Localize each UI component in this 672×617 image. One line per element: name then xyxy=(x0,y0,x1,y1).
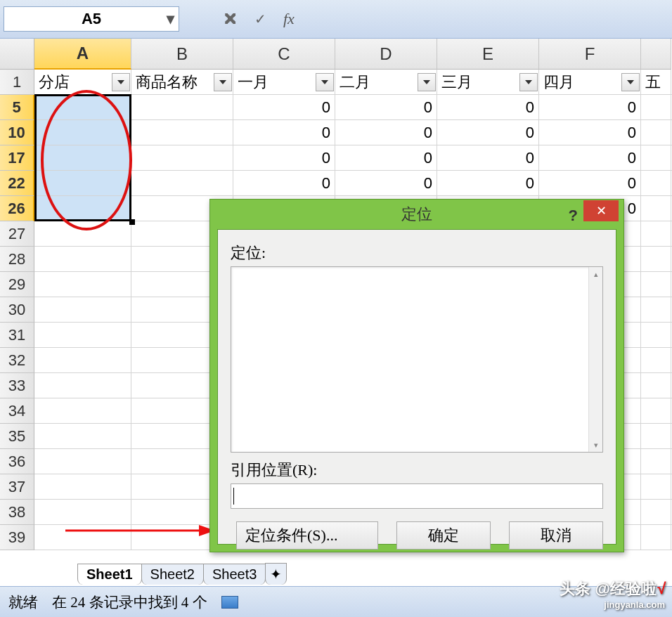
cell[interactable] xyxy=(641,297,671,322)
col-header[interactable]: A xyxy=(34,39,131,70)
cell[interactable] xyxy=(641,196,671,221)
cell[interactable]: 分店 xyxy=(34,70,131,94)
col-header[interactable]: F xyxy=(539,39,641,70)
cell[interactable] xyxy=(641,272,671,297)
cell[interactable] xyxy=(34,221,131,246)
cell[interactable]: 0 xyxy=(437,171,539,195)
cell[interactable]: 0 xyxy=(335,145,437,170)
dialog-titlebar[interactable]: 定位 ? ✕ xyxy=(210,200,623,229)
cell[interactable] xyxy=(34,500,131,524)
row-header[interactable]: 27 xyxy=(0,221,34,247)
cell[interactable] xyxy=(34,145,131,170)
scrollbar[interactable]: ▴ ▾ xyxy=(588,267,602,452)
cell[interactable] xyxy=(131,171,233,195)
row-header[interactable]: 36 xyxy=(0,449,34,474)
filter-dropdown-icon[interactable] xyxy=(519,73,538,91)
filter-dropdown-icon[interactable] xyxy=(112,73,130,91)
row-header[interactable]: 10 xyxy=(0,120,34,145)
cell[interactable] xyxy=(34,348,131,372)
row-header[interactable]: 30 xyxy=(0,297,34,323)
row-header[interactable]: 1 xyxy=(0,70,34,95)
col-header[interactable]: B xyxy=(131,39,233,70)
cell[interactable] xyxy=(34,247,131,271)
sheet-tab[interactable]: Sheet2 xyxy=(141,564,204,585)
cell[interactable] xyxy=(641,373,671,398)
cell[interactable] xyxy=(34,525,131,550)
cell[interactable]: 0 xyxy=(437,120,539,145)
row-header[interactable]: 26 xyxy=(0,196,34,221)
cell[interactable] xyxy=(34,120,131,145)
cancel-button[interactable]: 取消 xyxy=(509,521,603,550)
cell[interactable]: 0 xyxy=(335,120,437,145)
row-header[interactable]: 29 xyxy=(0,272,34,297)
cell[interactable] xyxy=(34,196,131,221)
col-header[interactable] xyxy=(641,39,671,70)
cell[interactable] xyxy=(34,272,131,297)
row-header[interactable]: 22 xyxy=(0,171,34,196)
cell[interactable] xyxy=(641,398,671,423)
cell[interactable] xyxy=(131,145,233,170)
row-header[interactable]: 32 xyxy=(0,348,34,373)
cell[interactable]: 0 xyxy=(233,171,335,195)
cell[interactable]: 三月 xyxy=(437,70,539,94)
cell[interactable]: 一月 xyxy=(233,70,335,94)
row-header[interactable]: 35 xyxy=(0,424,34,449)
row-header[interactable]: 39 xyxy=(0,525,34,550)
cell[interactable] xyxy=(641,171,671,195)
name-box-dropdown-icon[interactable]: ▾ xyxy=(164,9,176,29)
ok-button[interactable]: 确定 xyxy=(396,521,491,550)
cell[interactable] xyxy=(34,398,131,423)
cell[interactable]: 0 xyxy=(437,95,539,119)
row-header[interactable]: 33 xyxy=(0,373,34,398)
special-button[interactable]: 定位条件(S)... xyxy=(236,521,378,550)
cell[interactable]: 0 xyxy=(539,171,641,195)
fill-handle[interactable] xyxy=(129,219,135,225)
cell[interactable] xyxy=(34,297,131,322)
cell[interactable]: 0 xyxy=(539,145,641,170)
filter-dropdown-icon[interactable] xyxy=(418,73,436,91)
cell[interactable] xyxy=(641,474,671,499)
cell[interactable] xyxy=(34,171,131,195)
select-all-corner[interactable] xyxy=(0,39,34,70)
col-header[interactable]: C xyxy=(233,39,335,70)
row-header[interactable]: 31 xyxy=(0,323,34,348)
sheet-tab[interactable]: Sheet3 xyxy=(203,564,266,585)
row-header[interactable]: 17 xyxy=(0,145,34,171)
cell[interactable] xyxy=(34,373,131,398)
enter-formula-icon[interactable]: ✓ xyxy=(254,11,266,27)
filter-dropdown-icon[interactable] xyxy=(316,73,334,91)
col-header[interactable]: D xyxy=(335,39,437,70)
reference-input[interactable] xyxy=(231,483,603,509)
cell[interactable] xyxy=(34,95,131,119)
cell[interactable]: 0 xyxy=(335,95,437,119)
cancel-formula-icon[interactable]: 🗙 xyxy=(224,11,238,27)
row-header[interactable]: 38 xyxy=(0,500,34,525)
cell[interactable] xyxy=(131,95,233,119)
cell[interactable]: 0 xyxy=(335,171,437,195)
help-icon[interactable]: ? xyxy=(569,207,578,225)
scroll-up-icon[interactable]: ▴ xyxy=(589,267,602,281)
cell[interactable] xyxy=(641,323,671,347)
name-box[interactable]: A5 ▾ xyxy=(4,6,179,32)
row-header[interactable]: 37 xyxy=(0,474,34,500)
cell[interactable] xyxy=(34,449,131,474)
row-header[interactable]: 5 xyxy=(0,95,34,120)
cell[interactable]: 0 xyxy=(233,120,335,145)
cell[interactable] xyxy=(641,449,671,474)
cell[interactable] xyxy=(34,424,131,448)
cell[interactable] xyxy=(641,221,671,246)
cell[interactable]: 0 xyxy=(233,145,335,170)
cell[interactable]: 0 xyxy=(539,120,641,145)
filter-dropdown-icon[interactable] xyxy=(621,73,640,91)
cell[interactable] xyxy=(34,323,131,347)
cell[interactable] xyxy=(641,120,671,145)
cell[interactable]: 四月 xyxy=(539,70,641,94)
cell[interactable] xyxy=(641,424,671,448)
macro-record-icon[interactable] xyxy=(221,596,238,609)
goto-listbox[interactable]: ▴ ▾ xyxy=(231,266,603,453)
row-header[interactable]: 28 xyxy=(0,247,34,272)
fx-icon[interactable]: fx xyxy=(283,10,295,28)
cell[interactable]: 0 xyxy=(233,95,335,119)
row-header[interactable]: 34 xyxy=(0,398,34,424)
sheet-tab[interactable]: Sheet1 xyxy=(77,564,142,585)
